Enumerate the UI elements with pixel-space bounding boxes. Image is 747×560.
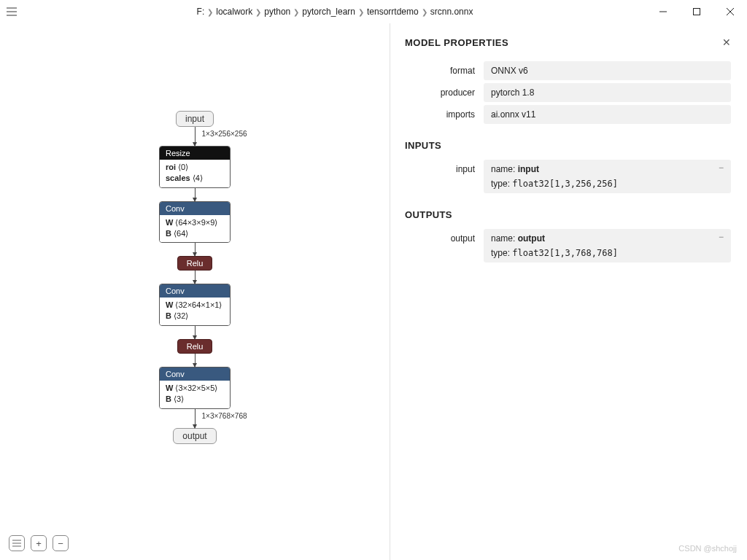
output-row: output name: output− type: float32[1,3,7… [405, 229, 731, 262]
node-body: W ⟨64×3×9×9⟩B ⟨64⟩ [160, 215, 230, 243]
node-attr: B ⟨32⟩ [166, 311, 224, 322]
input-row: input name: input− type: float32[1,3,256… [405, 160, 731, 193]
property-value[interactable]: pytorch 1.8 [484, 83, 731, 102]
edge-label: 1×3×768×768 [202, 412, 247, 420]
collapse-icon[interactable]: − [719, 163, 724, 173]
chevron-right-icon: ❯ [293, 8, 299, 16]
node-attr: scales ⟨4⟩ [166, 173, 224, 184]
graph-edge [195, 271, 196, 284]
panel-title: MODEL PROPERTIES [405, 37, 508, 48]
toolbar: + − [9, 535, 69, 551]
node-attr: W ⟨64×3×9×9⟩ [166, 217, 224, 228]
svg-rect-0 [694, 9, 700, 15]
node-attr: W ⟨3×32×5×5⟩ [166, 383, 224, 394]
breadcrumb-segment[interactable]: F: [197, 7, 205, 17]
edge-label: 1×3×256×256 [202, 130, 247, 138]
graph-edge: 1×3×768×768 [195, 409, 196, 428]
node-attr: roi ⟨0⟩ [166, 162, 224, 173]
node-attr: B ⟨3⟩ [166, 394, 224, 405]
breadcrumb-segment[interactable]: python [264, 7, 290, 17]
section-heading: INPUTS [405, 140, 731, 151]
input-node[interactable]: input [176, 111, 214, 127]
output-value[interactable]: name: output− type: float32[1,3,768,768] [484, 229, 731, 262]
input-value[interactable]: name: input− type: float32[1,3,256,256] [484, 160, 731, 193]
node-attr: W ⟨32×64×1×1⟩ [166, 300, 224, 311]
property-value[interactable]: ai.onnx v11 [484, 105, 731, 124]
resize-node[interactable]: Resizeroi ⟨0⟩scales ⟨4⟩ [159, 146, 231, 188]
node-body: W ⟨3×32×5×5⟩B ⟨3⟩ [160, 381, 230, 408]
breadcrumb-segment[interactable]: srcnn.onnx [430, 7, 473, 17]
breadcrumb-segment[interactable]: pytorch_learn [302, 7, 355, 17]
graph-edge [195, 326, 196, 339]
chevron-right-icon: ❯ [207, 8, 213, 16]
output-label: output [405, 229, 484, 262]
property-row: format ONNX v6 [405, 61, 731, 80]
zoom-out-icon[interactable]: − [53, 535, 69, 551]
input-label: input [405, 160, 484, 193]
property-row: producer pytorch 1.8 [405, 83, 731, 102]
relu-node[interactable]: Relu [177, 339, 213, 354]
property-value[interactable]: ONNX v6 [484, 61, 731, 80]
title-bar: F:❯localwork❯python❯pytorch_learn❯tensor… [0, 0, 747, 23]
collapse-icon[interactable]: − [719, 232, 724, 242]
zoom-in-icon[interactable]: + [31, 535, 47, 551]
output-node[interactable]: output [173, 428, 216, 444]
close-icon[interactable]: ✕ [722, 36, 731, 48]
properties-panel: MODEL PROPERTIES ✕ format ONNX v6 produc… [390, 23, 747, 560]
node-title: Conv [160, 284, 230, 298]
graph-edge [195, 188, 196, 201]
relu-node[interactable]: Relu [177, 256, 213, 271]
conv-node[interactable]: ConvW ⟨32×64×1×1⟩B ⟨32⟩ [159, 284, 231, 326]
breadcrumb-segment[interactable]: tensorrtdemo [367, 7, 419, 17]
property-row: imports ai.onnx v11 [405, 105, 731, 124]
graph-edge [195, 354, 196, 367]
list-icon[interactable] [9, 535, 25, 551]
graph-canvas[interactable]: input1×3×256×256Resizeroi ⟨0⟩scales ⟨4⟩C… [0, 23, 390, 560]
chevron-right-icon: ❯ [255, 8, 261, 16]
node-attr: B ⟨64⟩ [166, 228, 224, 239]
conv-node[interactable]: ConvW ⟨64×3×9×9⟩B ⟨64⟩ [159, 201, 231, 244]
maximize-button[interactable] [680, 0, 713, 23]
minimize-button[interactable] [646, 0, 680, 23]
watermark: CSDN @shchojj [678, 544, 737, 553]
model-graph: input1×3×256×256Resizeroi ⟨0⟩scales ⟨4⟩C… [159, 111, 231, 444]
property-label: imports [405, 105, 484, 124]
property-label: format [405, 61, 484, 80]
window-controls [646, 0, 747, 23]
breadcrumb-segment[interactable]: localwork [216, 7, 252, 17]
hamburger-icon[interactable] [0, 0, 23, 23]
property-label: producer [405, 83, 484, 102]
node-body: W ⟨32×64×1×1⟩B ⟨32⟩ [160, 298, 230, 325]
node-body: roi ⟨0⟩scales ⟨4⟩ [160, 160, 230, 187]
conv-node[interactable]: ConvW ⟨3×32×5×5⟩B ⟨3⟩ [159, 367, 231, 409]
chevron-right-icon: ❯ [422, 8, 427, 16]
node-title: Conv [160, 202, 230, 215]
graph-edge [195, 243, 196, 256]
node-title: Conv [160, 368, 230, 381]
close-button[interactable] [713, 0, 747, 23]
chevron-right-icon: ❯ [358, 8, 364, 16]
breadcrumb: F:❯localwork❯python❯pytorch_learn❯tensor… [23, 7, 646, 17]
graph-edge: 1×3×256×256 [195, 127, 196, 146]
node-title: Resize [160, 147, 230, 160]
section-heading: OUTPUTS [405, 209, 731, 220]
